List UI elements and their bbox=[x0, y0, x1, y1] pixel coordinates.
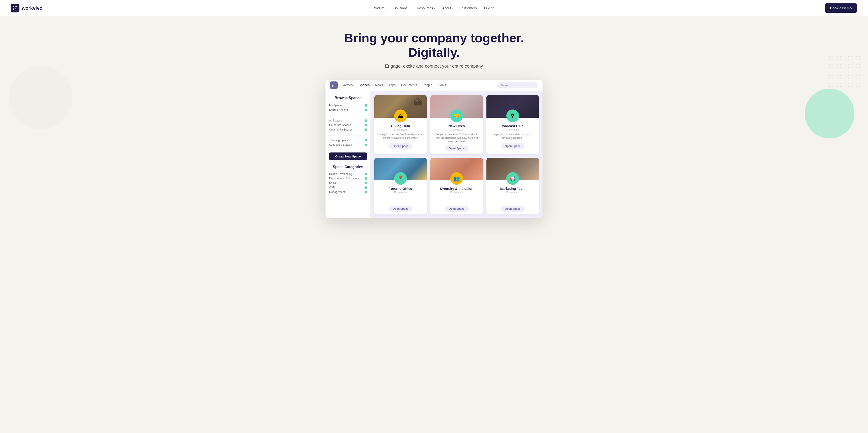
app-nav-goals[interactable]: Goals bbox=[438, 82, 446, 88]
logo[interactable]: workvivo bbox=[11, 4, 42, 12]
sidebar-corporate-spaces[interactable]: Corporate Spaces bbox=[329, 123, 367, 127]
sidebar: Browse Spaces My Spaces Starred Spaces A… bbox=[326, 91, 371, 218]
logo-icon bbox=[11, 4, 20, 12]
card-members: 47 members bbox=[377, 128, 424, 131]
sidebar-departments-locations[interactable]: Departments & Locations bbox=[329, 176, 367, 181]
card-title: Podcast Club bbox=[489, 124, 536, 128]
sidebar-dot-community bbox=[365, 128, 367, 131]
nav-link-customers[interactable]: Customers bbox=[460, 6, 477, 10]
svg-rect-6 bbox=[332, 84, 333, 85]
card-photo: 📢 bbox=[487, 158, 539, 180]
card-title: Marketing Team bbox=[489, 186, 536, 191]
svg-rect-4 bbox=[15, 8, 16, 8]
sidebar-all-spaces[interactable]: All Spaces bbox=[329, 118, 367, 123]
app-nav-links: Activity Spaces News Apps Documents Peop… bbox=[343, 82, 497, 88]
card-body: Toronto Office 47 members Open Space bbox=[374, 180, 427, 214]
app-nav-spaces[interactable]: Spaces bbox=[359, 82, 370, 88]
card-title: Toronto Office bbox=[377, 186, 424, 191]
card-description bbox=[489, 196, 536, 204]
app-nav-activity[interactable]: Activity bbox=[343, 82, 353, 88]
card-title: New Hires bbox=[433, 124, 480, 128]
sidebar-dot-suggested bbox=[365, 144, 367, 146]
card-description: A place to share and discuss your favour… bbox=[489, 133, 536, 141]
sidebar-community-spaces[interactable]: Community Spaces bbox=[329, 127, 367, 132]
sidebar-social[interactable]: Social bbox=[329, 181, 367, 185]
app-content: Browse Spaces My Spaces Starred Spaces A… bbox=[326, 91, 542, 218]
card-photo: 🤝 bbox=[430, 95, 483, 118]
app-search-input[interactable] bbox=[497, 82, 538, 88]
browse-spaces-title: Browse Spaces bbox=[329, 96, 367, 100]
sidebar-dot-trending bbox=[365, 139, 367, 141]
sidebar-dot-corporate bbox=[365, 124, 367, 126]
sidebar-starred-spaces[interactable]: Starred Spaces bbox=[329, 108, 367, 112]
sidebar-my-spaces[interactable]: My Spaces bbox=[329, 103, 367, 108]
nav-links: Product ▾ Solutions ▾ Resources ▾ About … bbox=[373, 6, 494, 10]
nav-link-pricing[interactable]: Pricing bbox=[484, 6, 494, 10]
card-icon: 🤝 bbox=[450, 110, 463, 122]
open-space-button[interactable]: Open Space bbox=[389, 206, 412, 212]
space-card: 🎙 Podcast Club 47 members A place to sha… bbox=[487, 95, 539, 154]
sidebar-dot-social bbox=[365, 182, 367, 184]
space-card: 📍 Toronto Office 47 members Open Space bbox=[374, 158, 427, 214]
app-nav-documents[interactable]: Documents bbox=[401, 82, 417, 88]
sidebar-dot-health bbox=[365, 173, 367, 175]
book-demo-button[interactable]: Book a Demo bbox=[825, 3, 857, 13]
svg-rect-7 bbox=[334, 84, 334, 85]
sidebar-suggested-spaces[interactable]: Suggested Spaces bbox=[329, 143, 367, 147]
space-card: 👥 Diversity & Inclusion 47 members Open … bbox=[430, 158, 483, 214]
sidebar-management[interactable]: Management bbox=[329, 190, 367, 194]
card-photo: ⛰ bbox=[374, 95, 427, 118]
nav-link-solutions[interactable]: Solutions ▾ bbox=[394, 6, 410, 10]
card-description: Are you a New Hire? You're not alone! Jo… bbox=[433, 133, 480, 143]
sidebar-all-spaces-section: All Spaces Corporate Spaces Community Sp… bbox=[329, 118, 367, 132]
svg-rect-11 bbox=[332, 86, 333, 87]
create-new-space-button[interactable]: Create New Space bbox=[329, 152, 367, 161]
app-workvivo-icon bbox=[332, 83, 336, 87]
card-photo: 🎙 bbox=[487, 95, 539, 118]
space-card: 🤝 New Hires 47 members Are you a New Hir… bbox=[430, 95, 483, 154]
sidebar-divider-2 bbox=[329, 136, 367, 136]
open-space-button[interactable]: Open Space bbox=[445, 145, 468, 151]
svg-rect-10 bbox=[334, 85, 334, 86]
open-space-button[interactable]: Open Space bbox=[501, 206, 524, 212]
card-body: Hiking Club 47 members Come join us on t… bbox=[374, 118, 427, 152]
logo-text: workvivo bbox=[22, 5, 42, 11]
svg-rect-8 bbox=[335, 84, 336, 85]
sidebar-my-spaces-section: My Spaces Starred Spaces bbox=[329, 103, 367, 112]
sidebar-trending-spaces[interactable]: Trending Spaces bbox=[329, 138, 367, 143]
sidebar-dot-csr bbox=[365, 186, 367, 189]
blob-dots bbox=[823, 53, 864, 93]
space-categories-title: Space Categories bbox=[329, 165, 367, 169]
open-space-button[interactable]: Open Space bbox=[445, 206, 468, 212]
sidebar-dot-all bbox=[365, 119, 367, 122]
card-photo: 👥 bbox=[430, 158, 483, 180]
card-members: 47 members bbox=[377, 191, 424, 194]
nav-link-resources[interactable]: Resources ▾ bbox=[417, 6, 435, 10]
sidebar-dot-management bbox=[365, 191, 367, 193]
app-window: Activity Spaces News Apps Documents Peop… bbox=[326, 80, 542, 218]
card-members: 47 members bbox=[433, 191, 480, 194]
card-members: 47 members bbox=[489, 128, 536, 131]
hero-heading: Bring your company together. Digitally. bbox=[344, 31, 524, 60]
sidebar-csr[interactable]: CSR bbox=[329, 185, 367, 190]
app-logo-icon bbox=[330, 82, 338, 89]
svg-rect-0 bbox=[13, 6, 14, 7]
nav-link-about[interactable]: About ▾ bbox=[442, 6, 453, 10]
nav-link-product[interactable]: Product ▾ bbox=[373, 6, 386, 10]
open-space-button[interactable]: Open Space bbox=[501, 143, 524, 149]
card-body: Diversity & Inclusion 47 members Open Sp… bbox=[430, 180, 483, 214]
card-description bbox=[377, 196, 424, 204]
svg-rect-2 bbox=[16, 6, 17, 7]
card-title: Diversity & Inclusion bbox=[433, 186, 480, 191]
app-nav-news[interactable]: News bbox=[375, 82, 383, 88]
app-nav-people[interactable]: People bbox=[423, 82, 432, 88]
workvivo-icon bbox=[13, 6, 18, 11]
svg-rect-1 bbox=[15, 6, 16, 7]
hero-subheading: Engage, excite and connect your entire c… bbox=[4, 64, 864, 69]
open-space-button[interactable]: Open Space bbox=[389, 143, 412, 149]
svg-rect-9 bbox=[332, 85, 333, 86]
svg-rect-5 bbox=[13, 9, 14, 10]
card-members: 47 members bbox=[433, 128, 480, 131]
app-nav-apps[interactable]: Apps bbox=[388, 82, 396, 88]
sidebar-health-wellbeing[interactable]: Health & Wellbeing bbox=[329, 172, 367, 176]
